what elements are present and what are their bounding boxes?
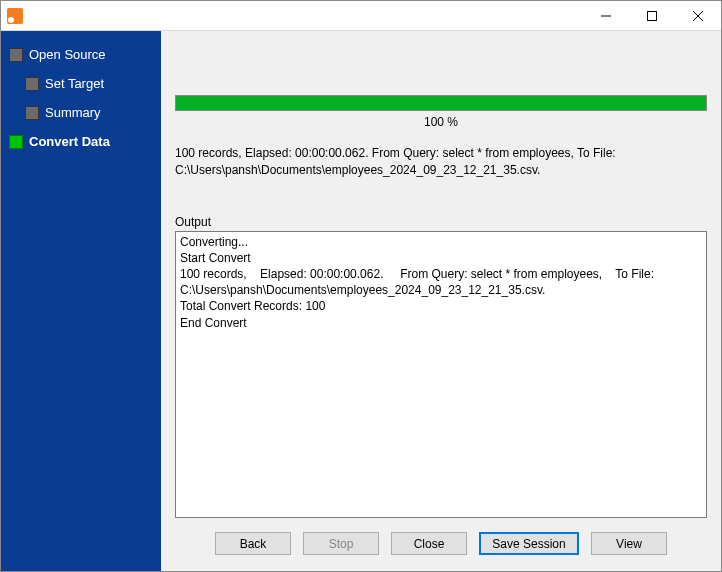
output-box[interactable]: Converting... Start Convert 100 records,…	[175, 231, 707, 518]
main: Open Source Set Target Summary Convert D…	[1, 31, 721, 571]
nav-convert-data[interactable]: Convert Data	[1, 130, 161, 153]
step-icon	[25, 77, 39, 91]
nav-label: Convert Data	[29, 134, 110, 149]
titlebar-left	[1, 8, 23, 24]
output-label: Output	[175, 215, 707, 229]
nav-label: Summary	[45, 105, 101, 120]
nav-open-source[interactable]: Open Source	[1, 43, 161, 66]
summary-text: 100 records, Elapsed: 00:00:00.062. From…	[175, 145, 707, 179]
minimize-button[interactable]	[583, 1, 629, 30]
progress-percent: 100 %	[175, 115, 707, 129]
svg-rect-1	[648, 11, 657, 20]
stop-button: Stop	[303, 532, 379, 555]
sidebar: Open Source Set Target Summary Convert D…	[1, 31, 161, 571]
step-icon	[9, 135, 23, 149]
progress-fill	[176, 96, 706, 110]
window-controls	[583, 1, 721, 30]
titlebar	[1, 1, 721, 31]
back-button[interactable]: Back	[215, 532, 291, 555]
save-session-button[interactable]: Save Session	[479, 532, 579, 555]
nav-label: Set Target	[45, 76, 104, 91]
progress-area: 100 %	[175, 95, 707, 129]
output-text: Converting... Start Convert 100 records,…	[180, 235, 657, 330]
nav-label: Open Source	[29, 47, 106, 62]
view-button[interactable]: View	[591, 532, 667, 555]
step-icon	[25, 106, 39, 120]
step-icon	[9, 48, 23, 62]
nav-summary[interactable]: Summary	[1, 101, 161, 124]
content: 100 % 100 records, Elapsed: 00:00:00.062…	[161, 31, 721, 571]
progress-bar	[175, 95, 707, 111]
app-icon	[7, 8, 23, 24]
close-window-button[interactable]	[675, 1, 721, 30]
button-bar: Back Stop Close Save Session View	[175, 518, 707, 559]
nav-set-target[interactable]: Set Target	[1, 72, 161, 95]
close-button[interactable]: Close	[391, 532, 467, 555]
maximize-button[interactable]	[629, 1, 675, 30]
